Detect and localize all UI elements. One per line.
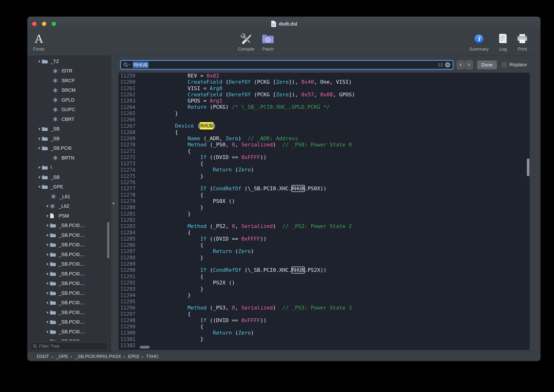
disclosure-triangle-icon[interactable] bbox=[37, 137, 42, 140]
tree-item-label: GPLD bbox=[62, 97, 74, 103]
disclosure-triangle-icon[interactable] bbox=[45, 330, 50, 333]
disclosure-triangle-icon[interactable] bbox=[45, 321, 50, 323]
tree-item[interactable]: ISTR bbox=[28, 66, 111, 76]
disclosure-triangle-icon[interactable] bbox=[37, 127, 42, 130]
tree-item[interactable]: _SB.PCI0.... bbox=[28, 327, 111, 337]
breadcrumb-item[interactable]: EP02 bbox=[128, 354, 139, 359]
replace-checkbox[interactable] bbox=[502, 62, 507, 68]
editor-horizontal-scrollbar[interactable] bbox=[140, 346, 150, 349]
tree-item[interactable]: _SB.PCI0.... bbox=[28, 279, 111, 288]
breadcrumb-item[interactable]: DSDT bbox=[37, 354, 49, 359]
breadcrumb-item[interactable]: _GPE bbox=[56, 354, 68, 359]
disclosure-triangle-icon[interactable] bbox=[45, 292, 50, 295]
disclosure-triangle-icon[interactable] bbox=[45, 301, 50, 304]
tree-item[interactable]: _SB.PCI0.... bbox=[28, 240, 111, 250]
code-text: Method (_PS0, 0, Serialized) // _PS0: Po… bbox=[135, 142, 352, 148]
disclosure-triangle-icon[interactable] bbox=[45, 224, 50, 227]
disclosure-triangle-icon[interactable] bbox=[45, 253, 50, 256]
tree-item[interactable]: _L62 bbox=[28, 202, 111, 211]
tree-item[interactable]: _SB.PCI0.... bbox=[28, 317, 111, 327]
disclosure-triangle-icon[interactable] bbox=[45, 205, 50, 208]
tree-item[interactable]: _SB bbox=[28, 172, 111, 182]
sidebar-scrollbar[interactable] bbox=[107, 222, 109, 259]
disclosure-triangle-icon[interactable] bbox=[37, 147, 42, 150]
disclosure-triangle-icon[interactable] bbox=[45, 340, 50, 341]
line-number: 11277 bbox=[118, 186, 135, 191]
line-number: 11261 bbox=[118, 86, 135, 91]
tree-item[interactable]: SRCM bbox=[28, 86, 111, 95]
line-number: 11269 bbox=[118, 136, 135, 141]
disclosure-triangle-icon[interactable] bbox=[45, 272, 50, 275]
tree-item-label: _SB bbox=[50, 175, 60, 180]
disclosure-triangle-icon[interactable] bbox=[37, 60, 42, 63]
filter-tree-box bbox=[30, 342, 108, 350]
folder-icon bbox=[42, 59, 49, 64]
line-number: 11260 bbox=[118, 79, 135, 85]
tree-item[interactable]: CBRT bbox=[28, 114, 111, 124]
disclosure-triangle-icon[interactable] bbox=[37, 185, 42, 188]
search-input[interactable]: RHUB 12 ✕ bbox=[120, 60, 453, 69]
code-line: 11277 If (CondRefOf (\_SB.PCI0.XHC.RHUB.… bbox=[118, 186, 530, 192]
line-number: 11292 bbox=[118, 280, 135, 286]
code-line: 11295 bbox=[118, 299, 530, 305]
tree-item[interactable]: _SB.PCI0.... bbox=[28, 298, 111, 308]
tree-item-label: _SB.PCI0.... bbox=[59, 329, 85, 335]
disclosure-triangle-icon[interactable] bbox=[45, 282, 50, 285]
tree-item[interactable]: _SB.PCI0.... bbox=[28, 259, 111, 269]
folder-icon bbox=[42, 146, 49, 151]
tree-item[interactable]: _SB.PCI0.... bbox=[28, 308, 111, 317]
toolbar: A Fonts Compile bbox=[28, 31, 540, 56]
breadcrumb-item[interactable]: _SB.PCI0.RP01.PXSX bbox=[75, 354, 121, 359]
toolbar-print-label: Print bbox=[518, 47, 527, 52]
tree-item[interactable]: _SB bbox=[28, 124, 111, 134]
tree-item[interactable]: _SB bbox=[28, 134, 111, 144]
disclosure-triangle-icon[interactable] bbox=[45, 243, 50, 246]
disclosure-triangle-icon[interactable] bbox=[45, 214, 50, 217]
line-number: 11265 bbox=[118, 111, 135, 116]
tree-item[interactable]: _TZ bbox=[28, 56, 111, 66]
tree-item-label: _SB bbox=[50, 126, 60, 132]
tree-item[interactable]: _SB.PCI0.... bbox=[28, 269, 111, 279]
tree-item[interactable]: GPLD bbox=[28, 95, 111, 105]
clear-search-button[interactable]: ✕ bbox=[445, 62, 450, 68]
code-editor[interactable]: 11259 REV = 0x0211260 CreateField (Deref… bbox=[118, 73, 530, 350]
tree-item[interactable]: _SB.PCI0.... bbox=[28, 250, 111, 259]
line-number: 11264 bbox=[118, 105, 135, 110]
find-next-button[interactable]: › bbox=[465, 60, 473, 69]
split-handle[interactable] bbox=[112, 203, 114, 204]
replace-label: Replace bbox=[509, 62, 527, 68]
method-icon bbox=[53, 155, 60, 161]
tree-item[interactable]: _GPE bbox=[28, 182, 111, 192]
toolbar-fonts-button[interactable]: A Fonts bbox=[27, 31, 54, 52]
tree-item[interactable]: _L61 bbox=[28, 192, 111, 202]
tree-item[interactable]: _SB.PCI0.... bbox=[28, 288, 111, 298]
editor-vertical-scrollbar[interactable] bbox=[527, 159, 529, 176]
code-line: 11284 { bbox=[118, 229, 530, 236]
done-button[interactable]: Done bbox=[477, 60, 497, 69]
tree-item[interactable]: _SB.PCI0 bbox=[28, 144, 111, 153]
status-bar: DSDT▸_GPE▸_SB.PCI0.RP01.PXSX▸EP02▸TXHC bbox=[28, 352, 540, 361]
disclosure-triangle-icon[interactable] bbox=[45, 311, 50, 314]
tree-item[interactable]: _SB.PCI0.... bbox=[28, 337, 111, 341]
tree-item[interactable]: _SB.PCI0.... bbox=[28, 230, 111, 240]
find-previous-button[interactable]: ‹ bbox=[457, 60, 465, 69]
disclosure-triangle-icon[interactable] bbox=[37, 176, 42, 179]
tree-item[interactable]: BRTN bbox=[28, 153, 111, 163]
tree-item[interactable]: GUPC bbox=[28, 105, 111, 115]
disclosure-triangle-icon[interactable] bbox=[45, 263, 50, 266]
tree-item[interactable]: SRCP bbox=[28, 76, 111, 86]
tree-item-label: SRCP bbox=[62, 78, 75, 84]
toolbar-print-button[interactable]: Print bbox=[507, 31, 538, 52]
breadcrumb-item[interactable]: TXHC bbox=[146, 354, 159, 359]
tree-item-label: _SB.PCI0.... bbox=[59, 242, 85, 247]
tree-item-label: _SB.PCI0.... bbox=[59, 319, 85, 325]
code-line: 11264 Return (PCKG) /* \_SB_.PCI0.XHC_.G… bbox=[118, 104, 530, 110]
disclosure-triangle-icon[interactable] bbox=[45, 234, 50, 237]
tree-item[interactable]: PSM bbox=[28, 211, 111, 221]
folder-icon bbox=[50, 242, 57, 247]
filter-tree-input[interactable] bbox=[39, 343, 105, 349]
toolbar-patch-button[interactable]: Patch bbox=[252, 31, 284, 52]
disclosure-triangle-icon[interactable] bbox=[37, 166, 42, 169]
tree-item[interactable]: _SB.PCI0.... bbox=[28, 221, 111, 231]
tree-item[interactable]: \ bbox=[28, 163, 111, 173]
